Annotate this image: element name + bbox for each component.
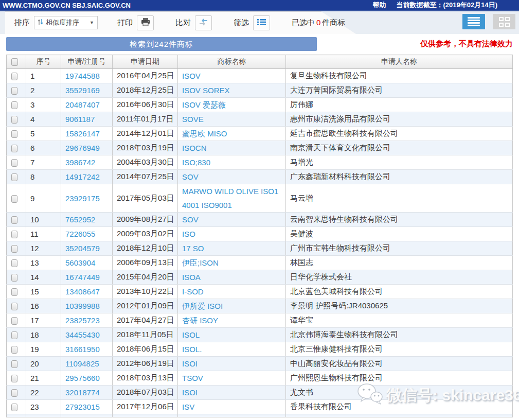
row-number: 6 (26, 141, 61, 155)
trademark-name-link[interactable]: ISOL (182, 330, 200, 339)
applicant-name: 北京伟博海泰生物科技有限公司 (286, 328, 513, 342)
reg-number-link[interactable]: 9061187 (65, 115, 95, 124)
row-checkbox[interactable] (11, 130, 17, 138)
row-checkbox[interactable] (11, 73, 17, 80)
row-checkbox[interactable] (11, 288, 17, 296)
sort-select[interactable]: 相似度排序 ▼ (34, 16, 98, 29)
grid-view-button[interactable] (493, 14, 515, 29)
row-checkbox[interactable] (11, 195, 17, 203)
reg-number-link[interactable]: 10399988 (65, 302, 100, 310)
reg-number-link[interactable]: 27923015 (65, 402, 100, 411)
filter-button[interactable] (253, 15, 270, 30)
reg-number-link[interactable]: 19744588 (65, 72, 100, 80)
row-checkbox[interactable] (11, 259, 17, 267)
table-row: 14 16747449 2015年04月20日 ISOA 日华化学株式会社 (7, 270, 513, 285)
reg-number-link[interactable]: 32018774 (65, 388, 100, 397)
row-checkbox[interactable] (11, 159, 17, 167)
row-checkbox[interactable] (11, 274, 17, 282)
print-button[interactable] (137, 15, 154, 30)
row-checkbox[interactable] (11, 245, 17, 253)
table-row: 7 3986742 2004年03月30日 ISO;830 马增光 (7, 155, 513, 170)
reg-number-link[interactable]: 7652952 (65, 215, 95, 224)
reg-number-link[interactable]: 35529169 (65, 86, 100, 95)
row-checkbox[interactable] (11, 346, 17, 354)
reg-number-link[interactable]: 34455430 (65, 330, 100, 339)
reg-number-link[interactable]: 29575660 (65, 374, 100, 382)
row-number: 14 (26, 270, 61, 285)
reg-number-link[interactable]: 11094825 (65, 359, 99, 368)
application-date: 2015年04月20日 (113, 270, 178, 285)
reg-number-link[interactable]: 14917242 (65, 172, 100, 181)
trademark-name-link[interactable]: SOV (182, 215, 199, 224)
applicant-name: 北京蓝色美城科技有限公司 (286, 285, 513, 299)
compare-button[interactable] (195, 15, 212, 30)
application-date: 2012年01月09日 (113, 299, 178, 313)
trademark-name-link[interactable]: ISOI (182, 388, 198, 397)
trademark-name-link[interactable]: ISO;830 (182, 158, 210, 167)
table-row: 11 7226055 2009年03月02日 ISO 吴健波 (7, 227, 513, 241)
application-date: 2018年06月15日 (113, 342, 178, 357)
trademark-name-link[interactable]: ISOI (182, 359, 198, 368)
trademark-name-link[interactable]: I-SOD (182, 287, 204, 296)
reg-number-link[interactable]: 35204579 (65, 244, 100, 253)
trademark-name-link[interactable]: ISOV 爱瑟薇 (182, 100, 226, 109)
help-link[interactable]: 帮助 (373, 1, 386, 10)
row-checkbox[interactable] (11, 317, 17, 325)
row-checkbox[interactable] (11, 389, 17, 397)
trademark-name-link[interactable]: 杏研 ISOY (182, 316, 218, 325)
reg-number-link[interactable]: 23929175 (65, 194, 100, 203)
row-checkbox[interactable] (11, 375, 17, 382)
trademark-name-link[interactable]: 伊臣;ISON (182, 258, 219, 267)
row-checkbox[interactable] (11, 303, 17, 310)
reg-number-link[interactable]: 3986742 (65, 158, 95, 167)
trademark-name-link[interactable]: SOVE (182, 115, 204, 124)
reg-number-link[interactable]: 23825723 (65, 316, 100, 325)
trademark-name-link[interactable]: ISO (182, 230, 195, 238)
reg-number-link[interactable]: 31661950 (65, 345, 100, 354)
reg-number-link[interactable]: 7226055 (65, 230, 95, 238)
row-checkbox[interactable] (11, 101, 17, 109)
row-checkbox[interactable] (11, 404, 17, 411)
row-number: 16 (26, 299, 61, 313)
row-checkbox[interactable] (11, 360, 17, 368)
toolbar: 排序 相似度排序 ▼ 打印 比对 筛选 已选中0件商标 (0, 11, 519, 34)
applicant-name: 吴健波 (286, 227, 513, 241)
row-checkbox[interactable] (11, 216, 17, 224)
trademark-name-link[interactable]: TSOV (182, 374, 203, 382)
trademark-name-link[interactable]: 伊所爱 ISOI (182, 302, 223, 310)
column-header-date: 申请日期 (113, 55, 178, 69)
applicant-name: 马增光 (286, 155, 513, 170)
applicant-name: 惠州市康洁洗涤用品有限公司 (286, 112, 513, 127)
table-row: 3 20487407 2016年06月30日 ISOV 爱瑟薇 厉伟娜 (7, 98, 513, 112)
trademark-name-link[interactable]: MARWO WILD OLIVE ISO14001 ISO9001 (182, 187, 278, 209)
trademark-name-link[interactable]: SOV (182, 172, 199, 181)
trademark-name-link[interactable]: ISOA (182, 273, 201, 282)
row-number: 23 (26, 400, 61, 414)
reg-number-link[interactable]: 13408647 (65, 287, 100, 296)
row-checkbox[interactable] (11, 231, 17, 238)
application-date: 2018年03月19日 (113, 141, 178, 155)
row-checkbox[interactable] (11, 331, 17, 339)
reg-number-link[interactable]: 5603904 (65, 258, 95, 267)
trademark-name-link[interactable]: ISOV (182, 72, 201, 80)
reg-number-link[interactable]: 16747449 (65, 273, 100, 282)
row-number: 20 (26, 357, 61, 371)
applicant-name: 大连万菁国际贸易有限公司 (286, 83, 513, 98)
trademark-name-link[interactable]: 17 SO (182, 244, 204, 253)
reg-number-link[interactable]: 20487407 (65, 100, 100, 109)
row-checkbox[interactable] (11, 116, 17, 124)
reg-number-link[interactable]: 29676949 (65, 144, 100, 152)
trademark-name-link[interactable]: ISV (182, 402, 194, 411)
trademark-name-link[interactable]: ISOCN (182, 144, 207, 152)
table-row: 13 5603904 2006年09月13日 伊臣;ISON 林国志 (7, 256, 513, 270)
column-header-trademark-name: 商标名称 (178, 55, 286, 69)
reg-number-link[interactable]: 15826147 (65, 129, 100, 138)
trademark-name-link[interactable]: 蜜思欧 MISO (182, 129, 227, 138)
row-checkbox[interactable] (11, 87, 17, 95)
trademark-name-link[interactable]: ISOL. (182, 345, 202, 354)
row-checkbox[interactable] (11, 173, 17, 181)
row-checkbox[interactable] (11, 145, 17, 152)
list-view-button[interactable] (462, 14, 485, 29)
trademark-name-link[interactable]: ISOV SOREX (182, 86, 230, 95)
select-all-checkbox[interactable] (11, 58, 18, 66)
